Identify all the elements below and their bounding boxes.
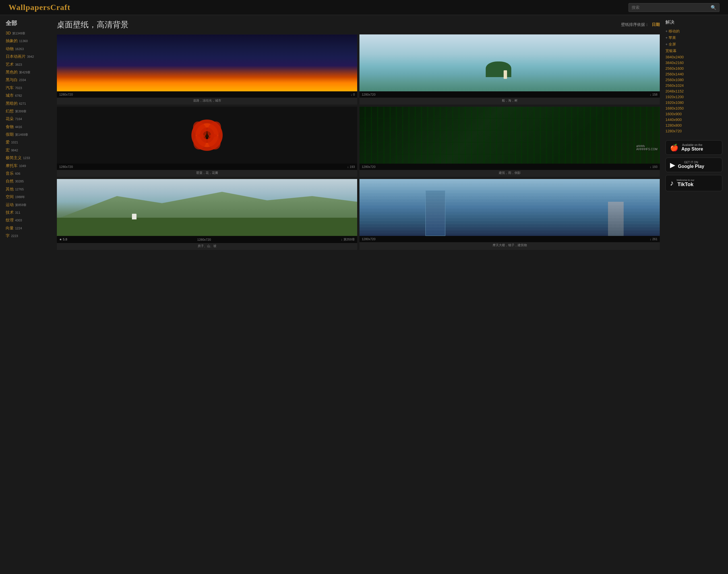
resolution-1600x900[interactable]: 1600x900: [666, 112, 722, 116]
resolution-苹果[interactable]: 苹果: [666, 35, 722, 40]
sidebar-item-abstract[interactable]: 抽象的11360: [6, 38, 51, 44]
sidebar-cat-count: 6782: [15, 93, 22, 98]
card-info: 1280x720 ↓ 193: [57, 164, 357, 170]
googleplay-badge[interactable]: ▶ GET IT ON Google Play: [666, 158, 722, 172]
sidebar-item-city[interactable]: 城市6782: [6, 92, 51, 98]
tiktok-badge[interactable]: ♪ Welcome to our TikTok: [666, 175, 722, 191]
search-button[interactable]: 🔍: [711, 5, 716, 10]
card-resolution: 1280x720: [59, 165, 73, 168]
card-rating: ★ 5.8: [59, 238, 67, 241]
card-info: 1280x720 ↓ 193: [359, 164, 660, 170]
resolution-移动的[interactable]: 移动的: [666, 29, 722, 34]
resolution-1680x1050[interactable]: 1680x1050: [666, 106, 722, 111]
sidebar-item-minimalism[interactable]: 极简主义1233: [6, 155, 51, 161]
resolution-3840x2160[interactable]: 3840x2160: [666, 60, 722, 65]
site-logo[interactable]: WallpapersCraft: [8, 3, 70, 12]
sidebar-cat-name: 假期: [6, 131, 14, 137]
sidebar-item-bw[interactable]: 黑与白2334: [6, 77, 51, 83]
wallpaper-grid: 1280x720 ↓ 0 道路，冻结光，城市 1280x720 ↓ 158 船，…: [57, 34, 660, 250]
sidebar-item-art[interactable]: 艺术3823: [6, 61, 51, 68]
googleplay-label-big: Google Play: [678, 164, 704, 169]
sidebar-cat-count: 4416: [15, 125, 22, 130]
resolution-2560x1440[interactable]: 2560x1440: [666, 72, 722, 76]
right-panel: 解决 移动的苹果全屏宽银幕3840x24003840x21602560x1600…: [666, 19, 722, 250]
card-tags: 道路，冻结光，城市: [57, 97, 357, 105]
wallpaper-card-island[interactable]: 1280x720 ↓ 158 船，海，树: [359, 34, 660, 105]
sidebar-item-love[interactable]: 爱1021: [6, 139, 51, 145]
wallpaper-card-poppy[interactable]: 1280x720 ↓ 193 罂粟，花，花瓣: [57, 107, 357, 177]
sidebar-item-tech[interactable]: 技术311: [6, 209, 51, 215]
sidebar-cat-name: 纹理: [6, 217, 14, 223]
sidebar-cat-name: 空间: [6, 194, 14, 200]
wallpaper-card-skyscraper[interactable]: 1280x720 ↓ 261 摩天大楼，镜子，建筑物: [359, 179, 660, 250]
resolutions-list: 移动的苹果全屏宽银幕3840x24003840x21602560x1600256…: [666, 29, 722, 133]
card-tags: 建筑，雨，倒影: [359, 170, 660, 177]
resolution-2560x1080[interactable]: 2560x1080: [666, 78, 722, 82]
sidebar-item-music[interactable]: 音乐606: [6, 170, 51, 176]
sidebar-item-fantasy[interactable]: 幻想第399章: [6, 108, 51, 114]
resolution-全屏[interactable]: 全屏: [666, 42, 722, 47]
sidebar-item-anime[interactable]: 日本动画片3942: [6, 53, 51, 59]
page-title: 桌面壁纸，高清背景: [57, 19, 129, 30]
sidebar-item-3d[interactable]: 3D第1349章: [6, 30, 51, 36]
resolution-1280x720[interactable]: 1280x720: [666, 129, 722, 133]
sidebar-cat-count: 11360: [19, 39, 28, 44]
sidebar-item-nature[interactable]: 自然30285: [6, 178, 51, 184]
sidebar-item-vector[interactable]: 向量1224: [6, 225, 51, 231]
sidebar-cat-count: 7164: [15, 117, 22, 122]
search-container: 🔍: [629, 3, 720, 12]
search-input[interactable]: [632, 5, 711, 10]
sidebar-cat-name: 汽车: [6, 85, 14, 91]
sidebar-cat-name: 爱: [6, 139, 10, 145]
card-resolution: 1280x720: [362, 93, 375, 96]
sidebar-cat-name: 日本动画片: [6, 53, 26, 59]
resolution-2560x1024[interactable]: 2560x1024: [666, 83, 722, 88]
appstore-badge[interactable]: 🍎 Available on the App Store: [666, 140, 722, 155]
sidebar-item-macro[interactable]: 宏9842: [6, 147, 51, 153]
sidebar-item-space[interactable]: 空间1988年: [6, 194, 51, 200]
sidebar-item-sport[interactable]: 运动第859章: [6, 202, 51, 208]
sidebar-all[interactable]: 全部: [6, 19, 51, 27]
card-downloads: ↓ 第359章: [341, 237, 355, 242]
sidebar-item-holidays[interactable]: 假期第1469章: [6, 131, 51, 137]
sidebar-item-animals[interactable]: 动物16263: [6, 45, 51, 52]
resolution-1280x800[interactable]: 1280x800: [666, 123, 722, 127]
sidebar-cat-name: 极简主义: [6, 155, 21, 161]
wallpaper-card-bamboo-rain[interactable]: ahhhfs AHHHHFS.COM 1280x720 ↓ 193 建筑，雨，倒…: [359, 107, 660, 177]
sort-label: 壁纸排序依据：: [621, 22, 649, 27]
sort-value[interactable]: 日期: [652, 22, 660, 27]
tiktok-icon: ♪: [670, 179, 674, 188]
wallpaper-card-mountain[interactable]: ★ 5.8 1280x720 ↓ 第359章 房子、山、坡: [57, 179, 357, 250]
sidebar-item-food[interactable]: 食物4416: [6, 124, 51, 130]
card-info: ★ 5.8 1280x720 ↓ 第359章: [57, 236, 357, 243]
sidebar-item-other[interactable]: 其他12765: [6, 186, 51, 192]
resolution-2560x1600[interactable]: 2560x1600: [666, 66, 722, 71]
sidebar: 全部 3D第1349章抽象的11360动物16263日本动画片3942艺术382…: [6, 19, 51, 250]
sidebar-item-texture[interactable]: 纹理4303: [6, 217, 51, 223]
card-downloads: ↓ 193: [347, 165, 355, 168]
sidebar-item-motorcycle[interactable]: 摩托车1049: [6, 163, 51, 169]
sidebar-cat-count: 1049: [19, 164, 26, 169]
resolution-宽银幕[interactable]: 宽银幕: [666, 48, 722, 53]
resolution-2048x1152[interactable]: 2048x1152: [666, 89, 722, 93]
sidebar-cat-count: 12765: [15, 187, 24, 192]
sidebar-item-words[interactable]: 字2223: [6, 233, 51, 239]
sidebar-item-black[interactable]: 黑色的第429章: [6, 69, 51, 75]
resolution-1920x1200[interactable]: 1920x1200: [666, 95, 722, 99]
tiktok-label-small: Welcome to our: [677, 179, 694, 181]
resolution-1920x1080[interactable]: 1920x1080: [666, 100, 722, 105]
wallpaper-card-city-night[interactable]: 1280x720 ↓ 0 道路，冻结光，城市: [57, 34, 357, 105]
tiktok-label-big: TikTok: [677, 181, 694, 188]
sidebar-cat-count: 9842: [11, 148, 18, 153]
sidebar-cat-count: 第399章: [15, 109, 27, 114]
sidebar-cat-count: 1224: [15, 226, 22, 231]
resolution-1440x900[interactable]: 1440x900: [666, 118, 722, 122]
resolution-3840x2400[interactable]: 3840x2400: [666, 55, 722, 59]
sidebar-cat-count: 第1349章: [12, 31, 25, 36]
sidebar-item-flowers[interactable]: 花朵7164: [6, 116, 51, 122]
sidebar-cat-name: 向量: [6, 225, 14, 231]
sidebar-cat-count: 2223: [11, 234, 18, 239]
sidebar-item-dark[interactable]: 黑暗的6271: [6, 100, 51, 107]
sidebar-item-cars[interactable]: 汽车7023: [6, 85, 51, 91]
sidebar-cat-name: 3D: [6, 30, 11, 36]
